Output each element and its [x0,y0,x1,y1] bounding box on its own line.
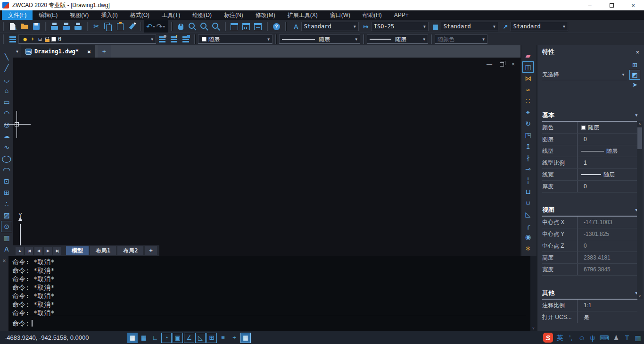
cut-button[interactable]: ✂ [91,21,102,32]
tab-list-dropdown-button[interactable]: ▼ [13,45,21,58]
break-point-tool[interactable]: ¦ [522,175,534,186]
command-window-close-button[interactable]: × [0,256,8,331]
grid-toggle[interactable]: ▦ [139,333,149,343]
layer-manager-button[interactable] [7,34,18,45]
prop-ucs-on[interactable]: 打开 UCS... 是 [542,311,637,323]
polyline-tool[interactable]: ◡ [1,74,12,85]
keyboard-icon[interactable]: ⌨ [600,334,609,342]
open-button[interactable] [18,21,30,32]
insert-block-tool[interactable]: ⊡ [1,176,12,187]
scroll-down-icon[interactable]: ∨ [530,326,537,330]
command-prompt[interactable]: 命令: [12,319,33,327]
designcenter-button[interactable] [240,21,252,32]
window-maximize-button[interactable] [601,0,622,10]
menu-tools[interactable]: 工具(T) [156,10,186,20]
toolpalettes-button[interactable] [252,21,264,32]
next-tab-button[interactable]: ▶ [44,247,52,255]
prop-width[interactable]: 宽度 6796.3845 [542,264,637,276]
revcloud-tool[interactable]: ☁ [1,130,12,142]
new-drawing-button[interactable] [7,21,18,32]
explode-tool[interactable]: ∗ [522,243,534,254]
prop-annotation-scale[interactable]: 注释比例 1:1 [542,300,637,311]
zoom-previous-button[interactable] [210,21,222,32]
zoom-realtime-button[interactable] [187,21,198,32]
emoji-icon[interactable]: ☺ [578,334,586,342]
select-objects-button[interactable]: ➤ [629,80,640,90]
hatch-tool[interactable]: ▨ [1,210,12,221]
line-tool[interactable]: ╲ [1,51,12,62]
redo-button[interactable]: ↷ [156,22,162,31]
scroll-down-icon[interactable]: ∨ [637,294,643,298]
color-combo[interactable]: 随层 ▼ [198,34,272,44]
menu-draw[interactable]: 绘图(D) [186,10,218,20]
copy-clip-button[interactable] [102,21,114,32]
menu-express[interactable]: 扩展工具(X) [281,10,324,20]
spline-tool[interactable]: ∿ [1,142,12,153]
punctuation-icon[interactable]: ’, [567,334,575,342]
window-minimize-button[interactable]: – [579,0,601,10]
menu-dimension[interactable]: 标注(N) [218,10,249,20]
pick-add-toggle-button[interactable]: ⊞ [629,60,640,70]
menu-help[interactable]: 帮助(H) [356,10,388,20]
trim-tool[interactable]: ∤ [522,152,534,163]
snap-toggle[interactable]: ▦ [127,333,138,343]
pan-button[interactable] [175,21,187,32]
rectangle-tool[interactable]: ▭ [1,96,12,108]
expand-tabs-button[interactable]: ▲ [16,247,24,255]
drawing-canvas[interactable]: — × Y X ▲|◀◀▶▶| 模型布局1布局2+ [13,58,520,256]
save-button[interactable] [30,21,42,32]
ellipse-tool[interactable]: ◯ [1,153,12,164]
prop-thickness[interactable]: 厚度 0 [542,181,637,193]
collapse-icon[interactable]: ▾ [635,113,637,117]
new-layout-button[interactable]: + [145,246,157,255]
layer-combo[interactable]: ● ☀ ⊡ 0 ▼ [18,34,156,44]
erase-tool[interactable]: ▰ [522,50,534,61]
undo-button[interactable]: ↶ [146,22,152,31]
mirror-tool[interactable]: ⋈ [522,73,534,84]
properties-palette-button[interactable] [229,21,240,32]
mtext-tool[interactable]: A [1,243,12,255]
new-document-tab-button[interactable]: + [98,45,111,58]
menu-modify[interactable]: 修改(M) [249,10,281,20]
ortho-toggle[interactable]: ∟ [150,333,160,343]
arc-tool[interactable]: ◠ [1,108,12,119]
layer-previous-button[interactable] [168,34,180,45]
lang-indicator[interactable]: 英 [556,334,564,342]
menu-file[interactable]: 文件(F) [2,10,33,20]
command-scrollbar[interactable]: ∨ [530,256,537,331]
tab-layout1[interactable]: 布局1 [90,246,116,255]
mdi-close-button[interactable]: × [512,61,515,67]
prop-center-z[interactable]: 中心点 Z 0 [542,240,637,252]
layer-states-button[interactable] [156,34,168,45]
document-tab-close-icon[interactable]: × [87,48,91,55]
prop-center-x[interactable]: 中心点 X -1471.1003 [542,217,637,228]
prev-tab-button[interactable]: ◀ [34,247,42,255]
prop-linetype-scale[interactable]: 线型比例 1 [542,157,637,169]
quick-select-button[interactable]: ◩ [629,70,640,80]
rotate-tool[interactable]: ↻ [522,118,534,129]
match-properties-button[interactable] [126,21,138,32]
layer-match-button[interactable] [180,34,191,45]
prop-color[interactable]: 颜色 随层 [542,122,637,134]
object-snap-tracking-toggle[interactable]: ∠ [184,333,194,343]
fillet-tool[interactable]: ╭ [522,220,534,231]
make-block-tool[interactable]: ⊞ [1,187,12,198]
publish-button[interactable] [72,21,84,32]
move-tool[interactable]: ⌖ [522,107,534,118]
scrollbar-thumb[interactable] [637,127,642,149]
person-icon[interactable]: ♟ [612,334,620,342]
selection-type-combo[interactable]: 无选择 ▼ [542,70,627,80]
chamfer-tool[interactable]: ◺ [522,209,534,220]
mic-icon[interactable]: ψ [589,334,596,342]
help-button[interactable] [271,21,282,32]
polygon-tool[interactable]: ⌂ [1,85,12,96]
circle-tool[interactable]: ◎ [1,119,12,130]
prop-height[interactable]: 高度 2383.4181 [542,252,637,264]
xline-tool[interactable]: ╱ [1,62,12,74]
prop-layer[interactable]: 图层 0 [542,134,637,145]
toolbox-icon[interactable]: ▦ [634,334,642,342]
properties-scrollbar[interactable]: ∧ ∨ [637,121,643,299]
window-close-button[interactable]: × [622,0,644,10]
offset-tool[interactable]: ≈ [522,84,534,95]
join-tool[interactable]: ∪ [522,197,534,209]
